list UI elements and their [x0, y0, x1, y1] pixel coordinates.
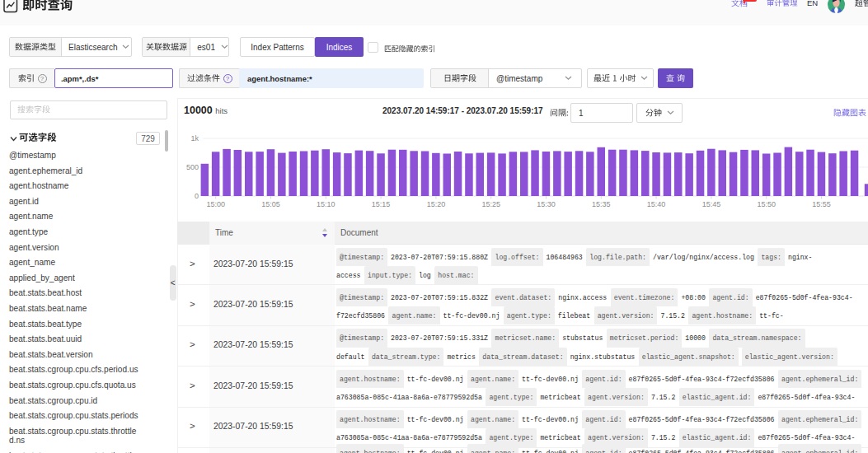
svg-text:15:50: 15:50 [757, 200, 776, 208]
svg-text:15:10: 15:10 [317, 200, 335, 208]
svg-text:15:40: 15:40 [647, 200, 666, 208]
svg-text:15:00: 15:00 [206, 200, 225, 208]
svg-text:0: 0 [195, 192, 199, 200]
svg-text:15:35: 15:35 [592, 200, 611, 208]
svg-text:500: 500 [186, 163, 199, 171]
svg-text:15:45: 15:45 [702, 200, 721, 208]
svg-text:15:30: 15:30 [537, 200, 556, 208]
svg-text:1k: 1k [190, 134, 199, 142]
svg-text:15:05: 15:05 [261, 200, 280, 208]
svg-text:15:15: 15:15 [372, 200, 391, 208]
svg-text:15:55: 15:55 [812, 200, 831, 208]
svg-text:15:20: 15:20 [427, 200, 446, 208]
svg-text:15:25: 15:25 [481, 200, 500, 208]
